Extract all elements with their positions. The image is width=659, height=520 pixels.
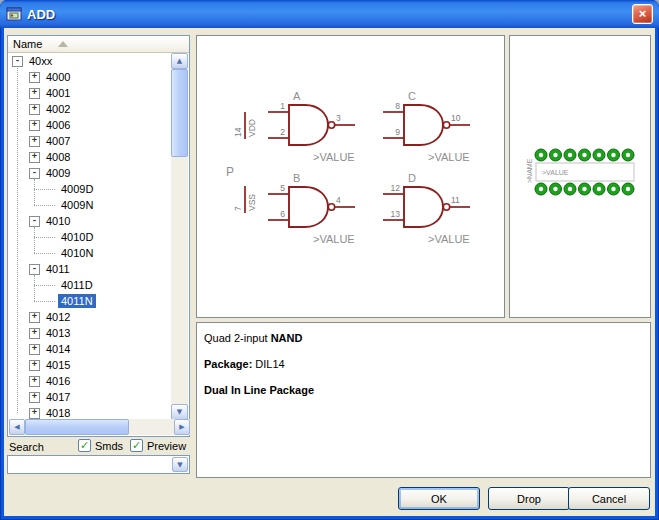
tree-expander[interactable]: + xyxy=(29,120,40,131)
svg-text:D: D xyxy=(408,172,416,184)
tree-expander[interactable]: + xyxy=(29,72,40,83)
tree-expander[interactable]: - xyxy=(29,264,40,275)
tree-item-label: 4018 xyxy=(43,406,73,420)
tree-item-label: 4007 xyxy=(43,134,73,148)
nand-gate-c: C 8 9 10 >VALUE xyxy=(383,90,470,163)
svg-text:C: C xyxy=(408,90,416,102)
tree-expander[interactable]: + xyxy=(29,312,40,323)
tree-item[interactable]: + 4007 xyxy=(8,133,172,149)
preview-checkbox-label: Preview xyxy=(147,440,186,452)
ok-button[interactable]: OK xyxy=(398,487,480,510)
svg-text:>VALUE: >VALUE xyxy=(313,151,355,163)
tree-horizontal-scrollbar[interactable]: ◀ ▶ xyxy=(9,419,190,435)
tree-expander[interactable] xyxy=(34,189,55,190)
tree-expander[interactable] xyxy=(34,205,55,206)
tree-column-header-label: Name xyxy=(13,38,42,50)
tree-item[interactable]: + 4014 xyxy=(8,341,172,357)
tree-item[interactable]: - 4009 xyxy=(8,165,172,181)
tree-item[interactable]: + 4012 xyxy=(8,309,172,325)
scroll-right-button[interactable]: ▶ xyxy=(174,419,190,435)
tree-expander[interactable]: - xyxy=(29,216,40,227)
cancel-button[interactable]: Cancel xyxy=(568,487,650,510)
tree-item[interactable]: + 4015 xyxy=(8,357,172,373)
svg-text:10: 10 xyxy=(451,113,461,123)
tree-expander[interactable]: + xyxy=(29,88,40,99)
tree-item[interactable]: + 4016 xyxy=(8,373,172,389)
tree-item-label: 4009 xyxy=(43,166,73,180)
checkmark-icon: ✓ xyxy=(78,439,91,452)
close-icon: × xyxy=(639,6,647,21)
preview-checkbox[interactable]: ✓ Preview xyxy=(130,439,186,452)
tree-item[interactable]: 4010N xyxy=(8,245,172,261)
tree-expander[interactable]: + xyxy=(29,104,40,115)
package-preview-panel: >NAME >VALUE xyxy=(509,35,651,318)
pad-hole xyxy=(582,187,586,191)
scroll-down-button[interactable]: ▼ xyxy=(171,404,188,420)
tree-expander[interactable]: - xyxy=(12,56,23,67)
search-input[interactable] xyxy=(9,457,169,472)
svg-text:2: 2 xyxy=(280,127,285,137)
tree-item-label: 4011D xyxy=(58,278,96,292)
tree-item[interactable]: - 4011 xyxy=(8,261,172,277)
scroll-up-button[interactable]: ▲ xyxy=(171,53,188,69)
tree-expander[interactable] xyxy=(34,301,55,302)
tree-item[interactable]: 4009N xyxy=(8,197,172,213)
tree-column-header[interactable]: Name xyxy=(8,36,189,53)
tree-item[interactable]: 4011D xyxy=(8,277,172,293)
search-dropdown-button[interactable]: ▼ xyxy=(172,457,188,472)
tree-item[interactable]: 4010D xyxy=(8,229,172,245)
tree-item-label: 4009D xyxy=(58,182,96,196)
tree-item[interactable]: + 4001 xyxy=(8,85,172,101)
tree-item[interactable]: + 4018 xyxy=(8,405,172,420)
tree-expander[interactable]: + xyxy=(29,360,40,371)
tree-expander[interactable]: + xyxy=(29,408,40,419)
tree-expander[interactable]: + xyxy=(29,392,40,403)
tree-item-label: 4010 xyxy=(43,214,73,228)
tree-expander[interactable]: + xyxy=(29,328,40,339)
tree-item-label: 4012 xyxy=(43,310,73,324)
schematic-preview-panel: P 14 VDD 7 VSS A 1 2 3 >VALUE xyxy=(196,35,505,318)
drop-button[interactable]: Drop xyxy=(488,487,570,510)
tree-expander[interactable]: + xyxy=(29,344,40,355)
tree-item[interactable]: + 4017 xyxy=(8,389,172,405)
smds-checkbox-label: Smds xyxy=(95,440,123,452)
tree-expander[interactable]: + xyxy=(29,376,40,387)
scroll-left-button[interactable]: ◀ xyxy=(9,419,25,435)
tree-expander[interactable]: + xyxy=(29,136,40,147)
horizontal-scroll-thumb[interactable] xyxy=(25,419,129,435)
tree-expander[interactable] xyxy=(34,253,55,254)
component-tree-panel: Name - 40xx + 4000 + 4001 + 4002 + 4006 … xyxy=(7,35,190,437)
tree-item[interactable]: + 4013 xyxy=(8,325,172,341)
tree-expander[interactable] xyxy=(34,285,55,286)
description-package: Package: DIL14 xyxy=(204,357,643,371)
tree-item-label: 4015 xyxy=(43,358,73,372)
tree-expander[interactable] xyxy=(34,237,55,238)
svg-text:A: A xyxy=(293,90,301,102)
tree-item-label: 4011 xyxy=(43,262,73,276)
tree-item[interactable]: + 4002 xyxy=(8,101,172,117)
tree-expander[interactable]: - xyxy=(29,168,40,179)
close-button[interactable]: × xyxy=(632,4,653,24)
component-tree: - 40xx + 4000 + 4001 + 4002 + 4006 + 400… xyxy=(8,53,172,420)
tree-item[interactable]: + 4008 xyxy=(8,149,172,165)
vertical-scroll-thumb[interactable] xyxy=(171,69,188,157)
pad-hole xyxy=(582,153,586,157)
tree-item[interactable]: + 4000 xyxy=(8,69,172,85)
tree-vertical-scrollbar[interactable]: ▲ ▼ xyxy=(171,53,188,420)
tree-item[interactable]: - 4010 xyxy=(8,213,172,229)
tree-item[interactable]: 4011N xyxy=(8,293,172,309)
pad-hole xyxy=(597,153,601,157)
description-package-name: Dual In Line Package xyxy=(204,383,643,397)
svg-text:B: B xyxy=(293,172,300,184)
tree-item-label: 4017 xyxy=(43,390,73,404)
smds-checkbox[interactable]: ✓ Smds xyxy=(78,439,123,452)
description-title: Quad 2-input NAND xyxy=(204,331,643,345)
titlebar[interactable]: ADD × xyxy=(0,0,659,28)
tree-item-label: 4000 xyxy=(43,70,73,84)
package-preview: >NAME >VALUE xyxy=(510,36,650,317)
tree-item[interactable]: 4009D xyxy=(8,181,172,197)
arrow-up-icon: ▲ xyxy=(177,57,182,65)
tree-expander[interactable]: + xyxy=(29,152,40,163)
tree-item[interactable]: + 4006 xyxy=(8,117,172,133)
tree-item[interactable]: - 40xx xyxy=(8,53,172,69)
